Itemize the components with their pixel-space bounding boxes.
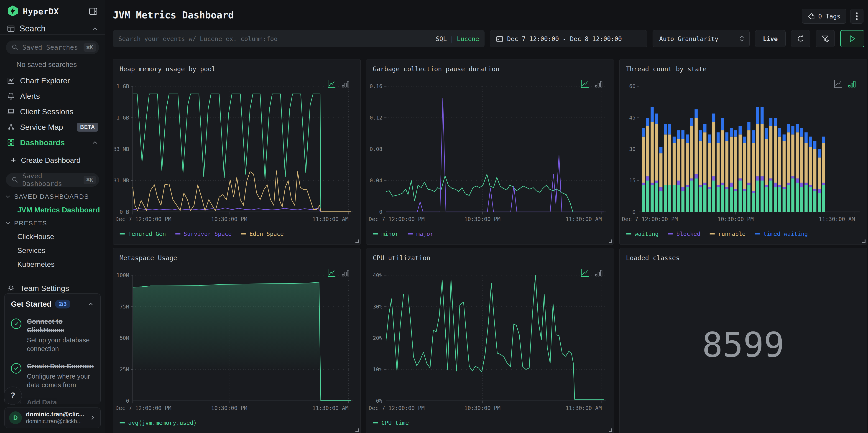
task-create-data-sources[interactable]: Create Data Sources Configure where your… xyxy=(11,362,94,389)
heap-memory-chart[interactable]: 1 GB1 GB763 MB381 MB0 BDec 7 12:00:00 PM… xyxy=(115,82,359,228)
sidebar-item-service-map[interactable]: Service Map BETA xyxy=(0,119,105,135)
legend-item[interactable]: waiting xyxy=(626,230,658,237)
cpu-utilization-chart[interactable]: 40%30%20%10%0%Dec 7 12:00:00 PM10:30:00 … xyxy=(368,271,612,417)
table-icon xyxy=(7,25,15,33)
sidebar-item-search[interactable]: Search xyxy=(0,23,105,35)
get-started-card: Get Started 2/3 Connect to ClickHouse Se… xyxy=(4,293,101,404)
lucene-toggle[interactable]: Lucene xyxy=(457,35,479,42)
svg-text:20%: 20% xyxy=(373,335,382,341)
resize-handle[interactable] xyxy=(862,240,866,243)
legend-item[interactable]: Tenured Gen xyxy=(120,230,166,237)
svg-text:10:30:00 PM: 10:30:00 PM xyxy=(464,216,500,222)
shortcut-badge: ⌘K xyxy=(84,176,96,184)
saved-searches-input[interactable]: Saved Searches ⌘K xyxy=(6,40,99,54)
date-range-picker[interactable]: Dec 7 12:00:00 - Dec 8 12:00:00 xyxy=(490,30,647,48)
sidebar-item-chart-explorer[interactable]: Chart Explorer xyxy=(0,73,105,88)
chart-explorer-icon xyxy=(7,76,15,85)
sidebar-item-client-sessions[interactable]: Client Sessions xyxy=(0,104,105,119)
legend-item[interactable]: Eden Space xyxy=(241,230,284,237)
saved-dashboards-placeholder: Saved Dashboards xyxy=(22,172,84,188)
beta-badge: BETA xyxy=(77,123,98,131)
sidebar-item-kubernetes[interactable]: Kubernetes xyxy=(0,257,105,271)
svg-text:0: 0 xyxy=(379,209,382,215)
chart-title: Heap memory usage by pool xyxy=(120,65,215,73)
chevron-up-icon[interactable] xyxy=(87,301,94,308)
legend-item[interactable]: Survivor Space xyxy=(175,230,232,237)
saved-dashboards-input[interactable]: Saved Dashboards ⌘K xyxy=(6,173,99,187)
run-query-button[interactable] xyxy=(840,30,864,48)
plus-icon xyxy=(10,157,17,164)
metaspace-chart[interactable]: 100M75M50M25M0Dec 7 12:00:00 PM10:30:00 … xyxy=(115,271,359,417)
svg-text:100M: 100M xyxy=(117,272,129,278)
dashboard-grid: Heap memory usage by pool 1 GB1 GB763 MB… xyxy=(113,59,867,433)
resize-handle[interactable] xyxy=(355,428,359,432)
date-range-value: Dec 7 12:00:00 - Dec 8 12:00:00 xyxy=(507,35,622,42)
legend-item[interactable]: runnable xyxy=(710,230,745,237)
check-circle-icon xyxy=(11,318,22,329)
tags-button[interactable]: 0 Tags xyxy=(802,9,846,24)
chart-title: Loaded classes xyxy=(626,254,680,262)
sidebar-item-services[interactable]: Services xyxy=(0,244,105,257)
get-started-title: Get Started xyxy=(11,300,52,308)
svg-text:Dec 7 12:00:00 PM: Dec 7 12:00:00 PM xyxy=(116,405,172,411)
svg-text:11:30:00 AM: 11:30:00 AM xyxy=(312,216,349,222)
svg-text:763 MB: 763 MB xyxy=(115,146,129,152)
legend-item[interactable]: CPU time xyxy=(373,420,409,426)
hyperdx-logo-icon[interactable] xyxy=(7,5,19,18)
chart-title: CPU utilization xyxy=(373,254,430,262)
laptop-icon xyxy=(7,107,15,116)
svg-text:11:30:00 AM: 11:30:00 AM xyxy=(566,405,602,411)
legend-item[interactable]: major xyxy=(408,230,433,237)
saved-searches-placeholder: Saved Searches xyxy=(22,43,84,51)
sidebar-item-dashboards[interactable]: Dashboards xyxy=(0,135,105,150)
create-dashboard-button[interactable]: Create Dashboard xyxy=(0,153,105,167)
legend-item[interactable]: minor xyxy=(373,230,399,237)
task-connect-clickhouse[interactable]: Connect to ClickHouse Set up your databa… xyxy=(11,317,94,353)
sidebar-collapse-icon[interactable] xyxy=(88,6,98,17)
svg-text:381 MB: 381 MB xyxy=(115,178,129,184)
svg-text:50M: 50M xyxy=(120,335,129,341)
help-button[interactable]: ? xyxy=(4,386,22,405)
svg-text:25M: 25M xyxy=(120,367,129,372)
presets-header[interactable]: PRESETS xyxy=(0,217,105,230)
task-add-data[interactable]: Add Data Start sending logs, metrics, or… xyxy=(11,398,94,404)
event-search-input[interactable]: Search your events w/ Lucene ex. column:… xyxy=(113,30,485,48)
thread-count-chart[interactable]: 604530150Dec 7 12:00:00 PM10:30:00 PM11:… xyxy=(621,82,866,228)
sidebar-item-jvm-metrics-dashboard[interactable]: JVM Metrics Dashboard xyxy=(0,203,105,217)
svg-text:10:30:00 PM: 10:30:00 PM xyxy=(211,216,247,222)
avatar: D xyxy=(9,411,22,424)
live-button[interactable]: Live xyxy=(755,30,785,48)
chevron-up-icon xyxy=(92,139,98,146)
refresh-button[interactable] xyxy=(791,30,810,48)
resize-handle[interactable] xyxy=(355,240,359,243)
brand-name: HyperDX xyxy=(23,7,88,16)
sql-toggle[interactable]: SQL xyxy=(436,35,447,42)
sidebar-item-alerts[interactable]: Alerts xyxy=(0,88,105,104)
sidebar-item-clickhouse[interactable]: ClickHouse xyxy=(0,230,105,244)
chart-legend: waitingblockedrunnabletimed_waiting xyxy=(626,230,808,237)
gc-pause-chart[interactable]: 0.160.120.080.040Dec 7 12:00:00 PM10:30:… xyxy=(368,82,612,228)
legend-item[interactable]: avg(jvm.memory.used) xyxy=(120,420,197,426)
sidebar: HyperDX Search Saved Searches ⌘K No save… xyxy=(0,0,105,433)
svg-text:Dec 7 12:00:00 PM: Dec 7 12:00:00 PM xyxy=(622,216,678,222)
user-menu[interactable]: D dominic.tran@clic... dominic.tran@clic… xyxy=(4,407,101,428)
legend-item[interactable]: blocked xyxy=(668,230,700,237)
granularity-select[interactable]: Auto Granularity xyxy=(653,30,750,48)
more-options-button[interactable] xyxy=(850,9,863,24)
no-saved-searches-text: No saved searches xyxy=(17,61,105,69)
resize-handle[interactable] xyxy=(609,240,612,243)
saved-dashboards-header[interactable]: SAVED DASHBOARDS xyxy=(0,190,105,203)
svg-text:30: 30 xyxy=(629,146,636,152)
legend-item[interactable]: timed_waiting xyxy=(754,230,808,237)
refresh-icon xyxy=(797,35,805,43)
svg-text:0%: 0% xyxy=(376,398,382,404)
resize-handle[interactable] xyxy=(609,428,612,432)
kebab-icon xyxy=(856,11,858,21)
brand-row: HyperDX xyxy=(0,0,105,23)
search-section-label: Search xyxy=(20,24,92,33)
service-map-icon xyxy=(7,123,15,131)
panel-metaspace: Metaspace Usage 100M75M50M25M0Dec 7 12:0… xyxy=(113,248,361,433)
filter-button[interactable] xyxy=(816,30,835,48)
svg-text:Dec 7 12:00:00 PM: Dec 7 12:00:00 PM xyxy=(116,216,172,222)
chart-title: Thread count by state xyxy=(626,65,707,73)
